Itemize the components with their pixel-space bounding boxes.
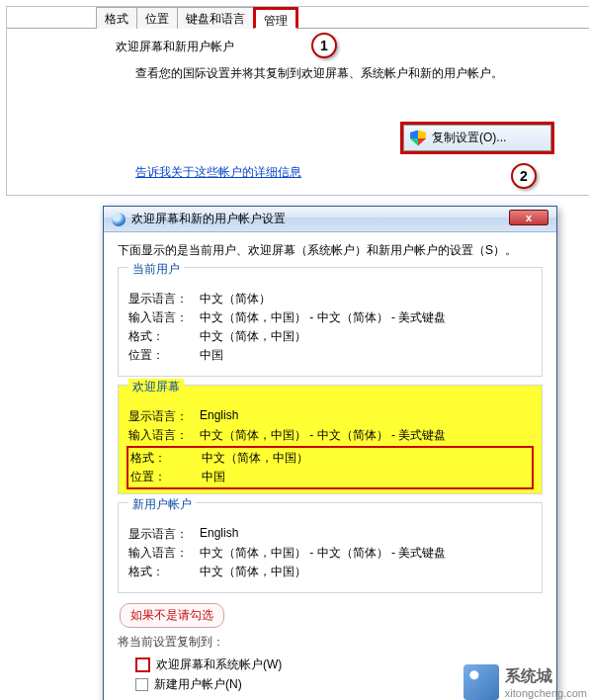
label-input-language: 输入语言： bbox=[128, 427, 200, 444]
label-display-language: 显示语言： bbox=[128, 526, 200, 543]
value-welcome-format: 中文（简体，中国） bbox=[202, 450, 530, 467]
value-newuser-display-language: English bbox=[200, 526, 532, 543]
copy-settings-button[interactable]: 复制设置(O)... bbox=[403, 125, 551, 151]
annotation-note-bubble: 如果不是请勾选 bbox=[120, 603, 224, 628]
welcome-new-user-settings-dialog: 欢迎屏幕和新的用户帐户设置 x 下面显示的是当前用户、欢迎屏幕（系统帐户）和新用… bbox=[103, 206, 557, 700]
label-display-language: 显示语言： bbox=[128, 408, 200, 425]
tab-keyboard-language[interactable]: 键盘和语言 bbox=[177, 7, 254, 29]
group-current-user-legend: 当前用户 bbox=[128, 261, 184, 278]
tab-location[interactable]: 位置 bbox=[136, 7, 178, 29]
tell-me-more-link[interactable]: 告诉我关于这些帐户的详细信息 bbox=[135, 164, 301, 181]
section-heading-welcome-new-user: 欢迎屏幕和新用户帐户 bbox=[116, 39, 564, 55]
value-welcome-input-language: 中文（简体，中国） - 中文（简体） - 美式键盘 bbox=[200, 427, 532, 444]
group-welcome-screen-legend: 欢迎屏幕 bbox=[128, 379, 184, 395]
value-newuser-format: 中文（简体，中国） bbox=[200, 564, 532, 580]
tab-format[interactable]: 格式 bbox=[96, 7, 137, 29]
label-display-language: 显示语言： bbox=[128, 291, 200, 307]
dialog-close-button[interactable]: x bbox=[509, 210, 548, 225]
value-current-location: 中国 bbox=[200, 347, 532, 364]
dialog-title: 欢迎屏幕和新的用户帐户设置 bbox=[131, 211, 286, 227]
label-format: 格式： bbox=[130, 450, 202, 467]
checkbox-welcome-and-system[interactable] bbox=[135, 657, 150, 672]
checkbox-new-user-account[interactable] bbox=[135, 678, 148, 691]
label-format: 格式： bbox=[128, 564, 200, 580]
dialog-intro-text: 下面显示的是当前用户、欢迎屏幕（系统帐户）和新用户帐户的设置（S）。 bbox=[118, 242, 543, 259]
copy-to-title: 将当前设置复制到： bbox=[118, 634, 543, 651]
annotation-marker-1: 1 bbox=[311, 33, 337, 58]
annotation-marker-2: 2 bbox=[511, 163, 537, 189]
value-welcome-location: 中国 bbox=[202, 469, 530, 485]
label-format: 格式： bbox=[128, 328, 200, 345]
section-description: 查看您的国际设置并将其复制到欢迎屏幕、系统帐户和新的用户帐户。 bbox=[135, 65, 564, 82]
dialog-titlebar: 欢迎屏幕和新的用户帐户设置 x bbox=[104, 207, 556, 232]
group-welcome-screen: 欢迎屏幕 显示语言：English 输入语言：中文（简体，中国） - 中文（简体… bbox=[118, 385, 543, 494]
group-new-user: 新用户帐户 显示语言：English 输入语言：中文（简体，中国） - 中文（简… bbox=[118, 502, 543, 593]
region-language-admin-panel: 格式 位置 键盘和语言 管理 1 欢迎屏幕和新用户帐户 查看您的国际设置并将其复… bbox=[6, 6, 589, 196]
label-input-language: 输入语言： bbox=[128, 309, 200, 326]
value-current-input-language: 中文（简体，中国） - 中文（简体） - 美式键盘 bbox=[200, 309, 532, 326]
group-new-user-legend: 新用户帐户 bbox=[128, 496, 196, 513]
label-location: 位置： bbox=[130, 469, 202, 485]
label-location: 位置： bbox=[128, 347, 200, 364]
checkbox-new-user-account-label: 新建用户帐户(N) bbox=[154, 676, 242, 693]
group-current-user: 当前用户 显示语言：中文（简体） 输入语言：中文（简体，中国） - 中文（简体）… bbox=[118, 267, 543, 377]
welcome-format-location-highlight: 格式：中文（简体，中国） 位置：中国 bbox=[126, 446, 534, 489]
uac-shield-icon bbox=[410, 131, 426, 146]
value-newuser-input-language: 中文（简体，中国） - 中文（简体） - 美式键盘 bbox=[200, 545, 532, 562]
copy-settings-button-label: 复制设置(O)... bbox=[432, 130, 506, 146]
value-welcome-display-language: English bbox=[200, 408, 532, 425]
tab-strip: 格式 位置 键盘和语言 管理 bbox=[7, 7, 589, 29]
value-current-format: 中文（简体，中国） bbox=[200, 328, 532, 345]
copy-settings-button-highlight: 复制设置(O)... bbox=[400, 122, 554, 154]
globe-icon bbox=[112, 213, 126, 226]
value-current-display-language: 中文（简体） bbox=[200, 291, 532, 307]
label-input-language: 输入语言： bbox=[128, 545, 200, 562]
tab-admin[interactable]: 管理 bbox=[253, 7, 298, 29]
checkbox-welcome-and-system-label: 欢迎屏幕和系统帐户(W) bbox=[156, 656, 282, 673]
